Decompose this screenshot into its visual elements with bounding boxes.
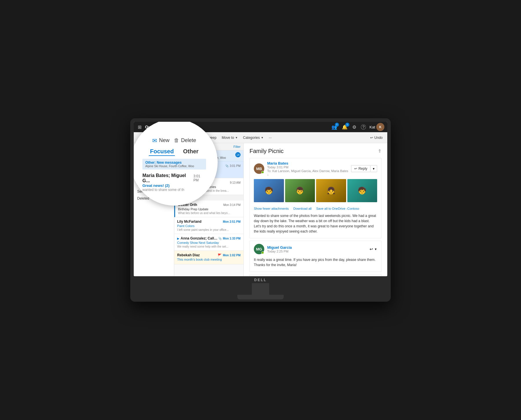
avatar-initials: MG — [256, 247, 262, 251]
bell-badge: 2 — [345, 123, 349, 127]
message-actions: ↩ ▼ — [370, 247, 377, 251]
email-time: Mon 1:33 PM — [223, 237, 241, 240]
bell-button[interactable]: 🔔 2 — [341, 123, 349, 131]
people-badge: 2 — [335, 123, 339, 127]
online-indicator — [261, 251, 264, 254]
message-reply-button[interactable]: ↩ — [370, 247, 373, 251]
attachment-icon: 📎 — [225, 164, 229, 167]
circle-email-sender: Maria Bates; Miguel G... — [142, 173, 193, 183]
email-time: Mon 1:02 PM — [223, 254, 241, 257]
message-body: Wanted to share some of the photos from … — [250, 213, 381, 238]
avatar-initials: K — [379, 125, 381, 129]
email-subject: Paint Colors — [177, 224, 241, 228]
download-all-link[interactable]: Download all — [293, 207, 311, 210]
reply-icon: ↩ — [354, 167, 357, 171]
email-subject: Comedy Show Next Saturday — [177, 241, 241, 244]
settings-icon: ⚙ — [352, 125, 356, 130]
message-from: Maria Bates — [267, 161, 348, 165]
photo-3: 👧 — [316, 179, 346, 202]
email-sender: Anna Gonzalez; Callie We... — [181, 236, 218, 240]
circle-focused-tab[interactable]: Focused — [149, 148, 175, 156]
message-header: MG Miguel Garcia Today 2:25 PM ↩ ▼ — [250, 241, 381, 257]
email-subject: Birthday Prep Update — [178, 207, 241, 211]
email-time: 9:13 AM — [230, 181, 241, 184]
email-time: Mon 3:14 PM — [223, 203, 241, 207]
message-date: Today 2:25 PM — [267, 250, 367, 253]
filter-button[interactable]: Filter — [234, 145, 241, 148]
stand-neck — [252, 283, 269, 295]
settings-button[interactable]: ⚙ — [351, 123, 357, 131]
message-from: Miguel Garcia — [267, 245, 367, 250]
circle-new-button[interactable]: ✉ New — [152, 137, 169, 144]
message-header: MB Maria Bates Today 3:01 PM To: Kat Lar… — [250, 158, 381, 179]
moveto-button[interactable]: Move to ▼ — [219, 135, 240, 141]
list-item[interactable]: ▶ Anna Gonzalez; Callie We... 📎 Mon 1:33… — [174, 234, 243, 251]
message-body: It really was a great time. If you have … — [250, 257, 381, 272]
circle-email-subject: Great news! (2) — [142, 183, 206, 188]
new-icon: ✉ — [152, 137, 157, 144]
screen: ⊞ Outlo 👥 2 🔔 2 ⚙ ? Kat — [134, 122, 387, 276]
dell-logo: DELL — [254, 278, 267, 282]
avatar[interactable]: K — [376, 123, 384, 131]
flag-icon: 🚩 — [218, 253, 222, 257]
circle-other-tab[interactable]: Other — [182, 148, 199, 156]
circle-banner-title: Other: New messages — [145, 161, 203, 165]
more-button[interactable]: ··· — [266, 135, 274, 141]
message-block: MG Miguel Garcia Today 2:25 PM ↩ ▼ It re… — [250, 241, 381, 272]
moveto-dropdown-icon: ▼ — [235, 136, 238, 139]
avatar-initials: MB — [256, 167, 262, 171]
avatar: MG — [254, 244, 264, 254]
user-name: Kat — [369, 125, 375, 129]
stand-base — [237, 295, 284, 299]
delete-icon: 🗑 — [174, 137, 179, 143]
circle-delete-button[interactable]: 🗑 Delete — [174, 137, 196, 143]
message-block[interactable]: AD Alex Darrow Yesterday 1:01 PM — [250, 274, 381, 276]
undo-button[interactable]: ↩ Undo — [368, 135, 385, 141]
topbar-icons: 👥 2 🔔 2 ⚙ ? — [330, 123, 367, 131]
email-sender: Rebekah Diaz — [177, 253, 200, 257]
categories-button[interactable]: Categories ▼ — [241, 135, 266, 141]
reply-button[interactable]: ↩ Reply — [351, 165, 370, 172]
save-onedrive-link[interactable]: Save all to OneDrive -Contoso — [316, 207, 359, 210]
forward-arrow-icon: ▶ — [177, 237, 179, 240]
reading-pane: Family Picnic ⇑ MB Maria Bates Today 3:0… — [244, 143, 387, 276]
photo-2: 👦 — [285, 179, 315, 202]
message-meta: Maria Bates Today 3:01 PM To: Kat Larsso… — [267, 161, 348, 176]
email-subject: This month's book club meeting — [177, 258, 241, 261]
message-block: MB Maria Bates Today 3:01 PM To: Kat Lar… — [250, 158, 381, 238]
conversation-title: Family Picnic ⇑ — [250, 148, 381, 154]
attachment-actions: Show fewer attachments Download all Save… — [250, 205, 381, 213]
undo-icon: ↩ — [370, 136, 373, 140]
monitor-stand: DELL — [134, 276, 387, 302]
reply-dropdown-button[interactable]: ▼ — [370, 165, 377, 172]
message-expand-button[interactable]: ▼ — [374, 247, 377, 251]
collapse-conversation-button[interactable]: ⇑ — [378, 148, 381, 154]
circle-banner-sub: Alpine Ski House, Fourth Coffee, Woo — [145, 165, 203, 168]
list-item[interactable]: Rebekah Diaz 🚩 Mon 1:02 PM This month's … — [174, 251, 243, 264]
email-preview: We really need some help with the set... — [177, 245, 241, 248]
help-button[interactable]: ? — [360, 123, 367, 131]
online-indicator — [261, 171, 264, 174]
email-preview: What lies before us and what lies beyo..… — [178, 211, 241, 215]
monitor: ⊞ Outlo 👥 2 🔔 2 ⚙ ? Kat — [130, 118, 391, 302]
circle-content: Other: New messages Alpine Ski House, Fo… — [142, 159, 206, 194]
new-count-badge: 14 — [235, 152, 241, 157]
show-fewer-link[interactable]: Show fewer attachments — [254, 207, 289, 210]
list-item[interactable]: Lily McFarland Mon 2:51 PM Paint Colors … — [174, 217, 243, 234]
circle-email-preview: wanted to share some of th — [142, 188, 206, 192]
people-button[interactable]: 👥 2 — [330, 123, 338, 131]
photo-1: 🧒 — [254, 179, 284, 202]
circle-email-item[interactable]: Maria Bates; Miguel G... 3:01 PM Great n… — [142, 171, 206, 194]
attachment-icon: 📎 — [218, 237, 222, 240]
message-to: To: Kat Larsson, Miguel Garcia, Alex Dar… — [267, 169, 348, 176]
help-icon: ? — [361, 124, 366, 130]
circle-tabs: Focused Other — [149, 148, 200, 156]
email-time: Mon 2:51 PM — [223, 220, 241, 223]
circle-email-time: 3:01 PM — [193, 174, 206, 182]
circle-banner: Other: New messages Alpine Ski House, Fo… — [142, 159, 206, 170]
photos-row: 🧒 👦 👧 🧒 — [250, 179, 381, 205]
waffle-button[interactable]: ⊞ — [137, 123, 143, 131]
email-time: 3:01 PM — [230, 164, 241, 167]
message-header: AD Alex Darrow Yesterday 1:01 PM — [250, 275, 381, 276]
categories-dropdown-icon: ▼ — [261, 136, 264, 139]
